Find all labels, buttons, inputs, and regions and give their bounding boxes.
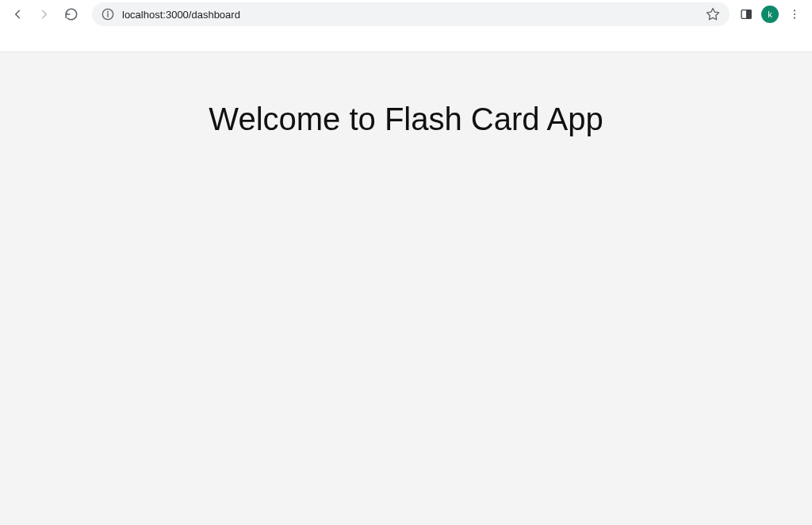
back-button[interactable] — [6, 3, 29, 25]
toolbar-spacer — [0, 29, 812, 52]
page-content: Welcome to Flash Card App — [0, 52, 812, 525]
url-text: localhost:3000/dashboard — [122, 9, 698, 21]
profile-avatar[interactable]: k — [761, 6, 779, 23]
page-title: Welcome to Flash Card App — [0, 102, 812, 137]
address-bar[interactable]: localhost:3000/dashboard — [92, 2, 730, 26]
forward-button[interactable] — [33, 3, 56, 25]
avatar-letter: k — [768, 10, 772, 19]
svg-marker-3 — [707, 9, 719, 20]
bookmark-star-icon[interactable] — [706, 7, 720, 21]
svg-point-7 — [794, 13, 795, 15]
svg-point-2 — [108, 11, 109, 12]
svg-point-8 — [794, 17, 795, 19]
svg-point-6 — [794, 10, 795, 11]
browser-toolbar: localhost:3000/dashboard k — [0, 0, 812, 29]
toolbar-right: k — [739, 6, 806, 23]
site-info-icon[interactable] — [102, 8, 114, 21]
kebab-menu-icon[interactable] — [787, 6, 802, 22]
side-panel-icon[interactable] — [739, 7, 753, 21]
reload-button[interactable] — [60, 3, 82, 25]
svg-rect-5 — [747, 10, 751, 19]
